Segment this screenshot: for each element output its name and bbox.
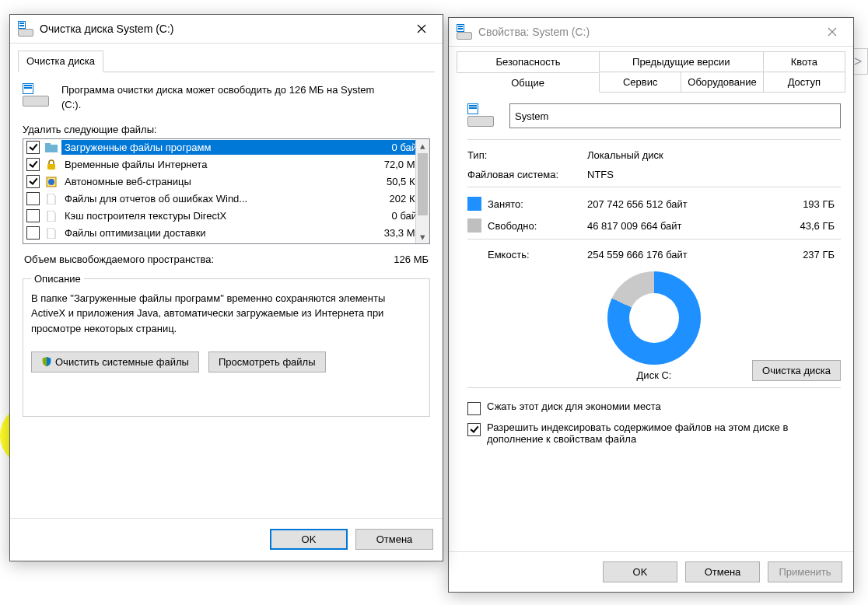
svg-rect-2 [47, 164, 55, 170]
cancel-button[interactable]: Отмена [685, 561, 760, 582]
drive-icon [467, 103, 495, 128]
used-bytes: 207 742 656 512 байт [587, 198, 768, 210]
tab-sharing[interactable]: Доступ [764, 72, 845, 92]
uac-shield-icon [41, 356, 52, 367]
checkbox-icon[interactable] [467, 423, 481, 436]
disk-cleanup-dialog: Очистка диска System (C:) Очистка диска … [9, 14, 443, 561]
file-name: Автономные веб-страницы [61, 174, 362, 189]
description-legend: Описание [31, 273, 84, 285]
capacity-bytes: 254 559 666 176 байт [587, 249, 768, 261]
delete-files-label: Удалить следующие файлы: [18, 117, 435, 138]
compress-label: Сжать этот диск для экономии места [487, 400, 661, 412]
titlebar[interactable]: Свойства: System (C:) [449, 18, 853, 47]
clean-system-files-button[interactable]: Очистить системные файлы [31, 351, 199, 372]
checkbox-icon[interactable] [26, 192, 40, 205]
description-group: Описание В папке "Загруженные файлы прог… [23, 273, 430, 418]
index-label: Разрешить индексировать содержимое файло… [487, 421, 814, 445]
scroll-down-icon[interactable]: ▾ [416, 230, 429, 243]
tab-tools[interactable]: Сервис [600, 72, 681, 92]
checkbox-icon[interactable] [26, 226, 40, 240]
apply-button[interactable]: Применить [768, 561, 842, 582]
file-type-icon [44, 176, 58, 188]
tab-quota[interactable]: Квота [764, 51, 845, 72]
file-type-icon [44, 142, 58, 154]
file-list-row[interactable]: Автономные веб-страницы50,5 КБ [23, 173, 429, 191]
description-text: В папке "Загруженные файлы программ" вре… [31, 291, 422, 337]
file-type-icon [44, 193, 58, 205]
close-button[interactable] [404, 17, 439, 40]
titlebar[interactable]: Очистка диска System (C:) [10, 15, 443, 44]
window-title: Свойства: System (C:) [478, 26, 814, 38]
file-list-row[interactable]: Временные файлы Интернета72,0 МБ [23, 156, 429, 173]
checkbox-icon[interactable] [26, 209, 40, 222]
usage-donut-chart [607, 271, 701, 365]
tab-hardware[interactable]: Оборудование [681, 72, 763, 92]
drive-properties-dialog: Свойства: System (C:) Безопасность Преды… [448, 17, 854, 593]
checkbox-icon[interactable] [26, 158, 40, 171]
filesystem-label: Файловая система: [467, 169, 584, 180]
file-list-row[interactable]: Загруженные файлы программ0 байт [23, 139, 429, 156]
tab-cleanup[interactable]: Очистка диска [18, 51, 103, 72]
checkbox-icon[interactable] [26, 141, 40, 154]
file-name: Файлы оптимизации доставки [61, 226, 362, 240]
compress-checkbox-row[interactable]: Сжать этот диск для экономии места [467, 397, 841, 418]
close-button[interactable] [814, 20, 850, 44]
file-type-icon [44, 210, 58, 222]
type-value: Локальный диск [587, 149, 841, 161]
checkbox-icon[interactable] [467, 402, 481, 415]
ok-button[interactable]: OK [270, 529, 348, 550]
checkbox-icon[interactable] [26, 175, 40, 188]
svg-point-4 [48, 179, 54, 185]
file-list-row[interactable]: Кэш построителя текстуры DirectX0 байт [23, 208, 429, 225]
tab-strip: Безопасность Предыдущие версии Квота Общ… [457, 51, 845, 93]
file-list-row[interactable]: Файлы для отчетов об ошибках Wind...202 … [23, 191, 429, 208]
tab-security[interactable]: Безопасность [457, 51, 600, 72]
file-type-icon [44, 159, 58, 171]
scrollbar[interactable]: ▴ ▾ [415, 139, 429, 243]
file-type-icon [44, 227, 58, 240]
file-name: Загруженные файлы программ [61, 140, 362, 155]
free-hr: 43,6 ГБ [771, 220, 841, 232]
filesystem-value: NTFS [587, 169, 841, 180]
capacity-hr: 237 ГБ [771, 249, 841, 261]
tab-prev-versions[interactable]: Предыдущие версии [600, 51, 764, 72]
view-files-button[interactable]: Просмотреть файлы [208, 351, 326, 372]
free-label: Свободно: [467, 219, 584, 233]
drive-icon [23, 83, 51, 108]
disk-cleanup-button[interactable]: Очистка диска [752, 360, 841, 381]
drive-icon [18, 21, 33, 37]
scroll-thumb[interactable] [418, 153, 428, 215]
scroll-up-icon[interactable]: ▴ [416, 139, 429, 152]
type-label: Тип: [467, 149, 584, 161]
file-list[interactable]: Загруженные файлы программ0 байтВременны… [23, 138, 430, 244]
free-swatch-icon [467, 219, 481, 233]
svg-rect-1 [45, 143, 51, 146]
used-swatch-icon [467, 197, 481, 211]
used-label: Занято: [467, 197, 584, 211]
drive-icon [457, 24, 472, 40]
capacity-label: Емкость: [467, 249, 584, 261]
freeable-label: Объем высвобождаемого пространства: [24, 254, 366, 265]
freeable-value: 126 МБ [366, 254, 429, 265]
file-list-row[interactable]: Файлы оптимизации доставки33,3 МБ [23, 225, 429, 242]
used-hr: 193 ГБ [771, 198, 841, 210]
window-title: Очистка диска System (C:) [40, 23, 404, 35]
volume-name-input[interactable] [509, 103, 841, 128]
intro-text: Программа очистки диска может освободить… [61, 83, 396, 113]
file-name: Временные файлы Интернета [61, 157, 362, 172]
free-bytes: 46 817 009 664 байт [587, 220, 768, 232]
file-name: Файлы для отчетов об ошибках Wind... [61, 191, 362, 206]
index-checkbox-row[interactable]: Разрешить индексировать содержимое файло… [467, 418, 841, 448]
file-name: Кэш построителя текстуры DirectX [61, 208, 362, 223]
cancel-button[interactable]: Отмена [355, 529, 433, 550]
ok-button[interactable]: OK [603, 561, 677, 582]
tab-general[interactable]: Общие [457, 72, 600, 93]
